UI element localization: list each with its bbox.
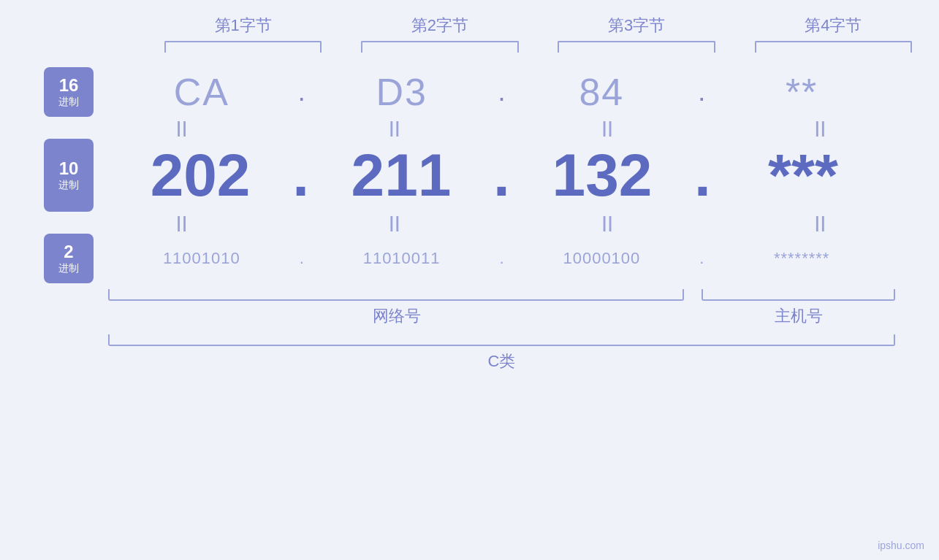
- bin-dot-1: .: [295, 249, 308, 268]
- watermark: ipshu.com: [878, 540, 924, 551]
- byte-col-1: 第1字节: [145, 15, 341, 53]
- class-bracket-row: [44, 334, 895, 346]
- bin-dot-2: .: [495, 249, 508, 268]
- host-label: 主机号: [703, 305, 895, 327]
- hex-val-4: **: [708, 70, 895, 114]
- dec-val-1: 202: [108, 141, 292, 210]
- eq-col-4: ||: [715, 118, 927, 137]
- eq-sign-3: ||: [602, 118, 614, 137]
- header-row: 第1字节 第2字节 第3字节 第4字节: [80, 15, 932, 53]
- dec-dot-3: .: [694, 141, 711, 210]
- bin-row: 2 进制 11001010 . 11010011 . 10000100 . **…: [44, 234, 895, 283]
- hex-badge-unit: 进制: [58, 96, 79, 108]
- dec-row: 10 进制 202 . 211 . 132 . ***: [44, 139, 895, 212]
- bracket-top-2: [361, 41, 518, 53]
- hex-val-3: 84: [509, 70, 696, 114]
- bin-val-1: 11001010: [108, 249, 295, 268]
- eq-sign-4: ||: [815, 118, 826, 137]
- hex-row: 16 进制 CA . D3 . 84 . **: [44, 67, 895, 117]
- host-bracket: [702, 289, 895, 301]
- eq2-sign-4: ||: [815, 213, 826, 232]
- network-bracket: [108, 289, 684, 301]
- dec-dot-2: .: [493, 141, 510, 210]
- dec-cells: 202 . 211 . 132 . ***: [108, 141, 895, 210]
- hex-val-1: CA: [108, 70, 295, 114]
- bin-val-2: 11010011: [308, 249, 495, 268]
- equals-row-1: || || || ||: [76, 118, 927, 137]
- class-label-row: C类: [44, 350, 895, 372]
- eq-col-1: ||: [76, 118, 289, 137]
- eq2-col-3: ||: [502, 213, 715, 232]
- bracket-top-4: [755, 41, 912, 53]
- class-bracket: [108, 334, 895, 346]
- bin-dot-3: .: [695, 249, 708, 268]
- dec-badge: 10 进制: [44, 139, 94, 212]
- dec-badge-num: 10: [59, 159, 79, 178]
- nh-labels: 网络号 主机号: [44, 305, 895, 327]
- bin-badge-unit: 进制: [58, 262, 79, 275]
- dec-val-3: 132: [510, 141, 694, 210]
- dec-val-4: ***: [711, 141, 895, 210]
- equals-row-2: || || || ||: [76, 213, 927, 232]
- hex-val-2: D3: [308, 70, 495, 114]
- eq2-sign-3: ||: [602, 213, 614, 232]
- hex-cells: CA . D3 . 84 . **: [108, 70, 895, 114]
- bin-val-3: 10000100: [509, 249, 696, 268]
- bottom-brackets: [44, 289, 895, 301]
- byte-label-4: 第4字节: [805, 15, 862, 37]
- byte-col-3: 第3字节: [539, 15, 735, 53]
- dec-badge-unit: 进制: [58, 179, 79, 191]
- bin-badge-num: 2: [64, 242, 73, 261]
- dec-dot-1: .: [292, 141, 309, 210]
- bin-badge: 2 进制: [44, 234, 94, 283]
- eq2-sign-1: ||: [176, 213, 188, 232]
- main-container: 第1字节 第2字节 第3字节 第4字节 16 进制 CA . D3: [0, 0, 939, 560]
- hex-dot-3: .: [695, 77, 708, 107]
- bin-val-4: ********: [708, 249, 895, 268]
- eq-col-2: ||: [289, 118, 501, 137]
- byte-label-1: 第1字节: [215, 15, 272, 37]
- hex-badge-num: 16: [59, 76, 79, 95]
- byte-col-2: 第2字节: [341, 15, 538, 53]
- eq2-col-1: ||: [76, 213, 289, 232]
- dec-val-2: 211: [309, 141, 493, 210]
- hex-badge: 16 进制: [44, 67, 94, 117]
- eq-sign-1: ||: [176, 118, 188, 137]
- network-label: 网络号: [108, 305, 685, 327]
- class-label: C类: [488, 350, 516, 372]
- byte-col-4: 第4字节: [735, 15, 932, 53]
- hex-dot-2: .: [495, 77, 508, 107]
- hex-dot-1: .: [295, 77, 308, 107]
- byte-label-3: 第3字节: [608, 15, 665, 37]
- eq-col-3: ||: [502, 118, 715, 137]
- eq2-sign-2: ||: [389, 213, 401, 232]
- byte-label-2: 第2字节: [411, 15, 468, 37]
- eq2-col-4: ||: [715, 213, 927, 232]
- bracket-top-1: [164, 41, 322, 53]
- bracket-top-3: [558, 41, 715, 53]
- eq-sign-2: ||: [389, 118, 401, 137]
- bin-cells: 11001010 . 11010011 . 10000100 . *******…: [108, 249, 895, 268]
- eq2-col-2: ||: [289, 213, 501, 232]
